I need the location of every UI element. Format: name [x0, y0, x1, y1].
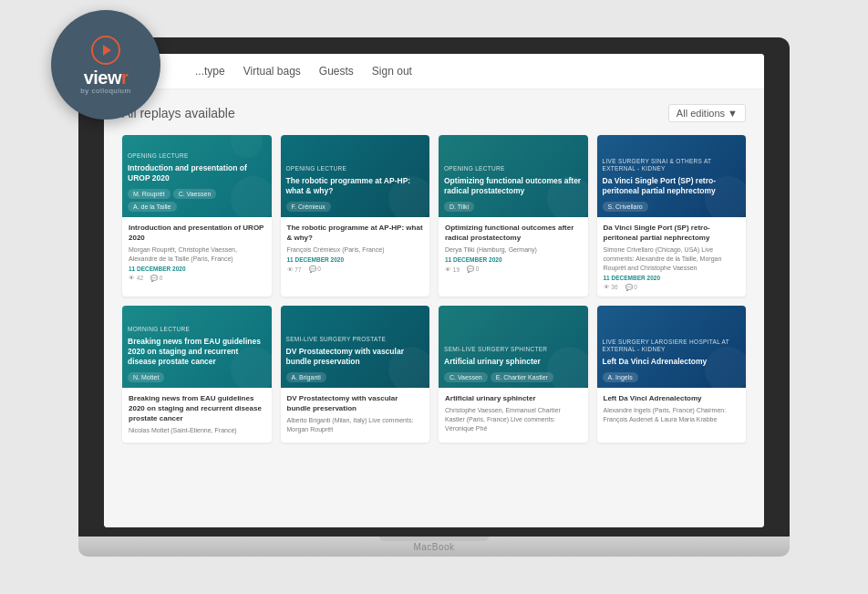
card-7-meta: Christophe Vaessen, Emmanuel Chartier Ka… [445, 406, 582, 432]
speaker-badge: D. Tilki [444, 202, 474, 212]
card-5-thumbnail: MORNING LECTURE Breaking news from EAU g… [122, 306, 272, 388]
card-2-title: The robotic programme at AP-HP: what & w… [287, 223, 424, 243]
speaker-badge: M. Rouprêt [128, 189, 170, 199]
card-3[interactable]: OPENING LECTURE Optimizing functional ou… [439, 135, 588, 297]
card-3-stats: 👁 19 💬 0 [445, 266, 582, 273]
card-7-title: Artificial urinary sphincter [445, 393, 582, 403]
speaker-badge: A. Ingels [603, 372, 638, 382]
decorative-shape [231, 347, 272, 388]
card-5-tag: MORNING LECTURE [128, 326, 266, 333]
play-triangle [103, 45, 111, 56]
filter-button[interactable]: All editions ▼ [668, 104, 746, 122]
card-5[interactable]: MORNING LECTURE Breaking news from EAU g… [122, 306, 272, 443]
card-3-thumbnail: OPENING LECTURE Optimizing functional ou… [439, 135, 588, 217]
card-1-comments: 💬 0 [150, 275, 162, 282]
card-2[interactable]: OPENING LECTURE The robotic programme at… [281, 135, 430, 297]
nav-item-guests[interactable]: Guests [319, 61, 354, 81]
card-3-title: Optimizing functional outcomes after rad… [445, 223, 582, 243]
card-3-meta: Derya Tilki (Hamburg, Germany) [445, 245, 582, 255]
speaker-badge: A. Briganti [286, 372, 326, 382]
card-3-tag: OPENING LECTURE [444, 165, 583, 172]
decorative-shape [547, 347, 588, 388]
card-5-body: Breaking news from EAU guidelines 2020 o… [122, 388, 272, 443]
speaker-badge: C. Vaessen [173, 189, 217, 199]
decorative-shape [705, 176, 746, 217]
card-3-comments: 💬 0 [467, 266, 479, 273]
card-6[interactable]: SEMI-LIVE SURGERY PROSTATE DV Prostatect… [281, 306, 430, 443]
speaker-badge: N. Mottet [128, 372, 164, 382]
card-1-views: 👁 42 [129, 275, 143, 282]
nav-item-sign-out[interactable]: Sign out [372, 61, 412, 81]
logo-circle: viewr by colloquium [51, 10, 160, 120]
content-area: All replays available All editions ▼ OPE… [104, 89, 764, 527]
logo-sub: by colloquium [80, 87, 130, 95]
play-icon [91, 36, 120, 65]
card-6-body: DV Prostatectomy with vascular bundle pr… [281, 388, 430, 442]
card-8-thumbnail: LIVE SURGERY LAROSIERE HOSPITAL AT EXTER… [597, 306, 747, 388]
nav-items: ...type Virtual bags Guests Sign out [195, 61, 412, 81]
speaker-badge: C. Vaessen [444, 372, 488, 382]
laptop-base-notch [379, 537, 489, 541]
speaker-badge: S. Crivellaro [603, 202, 648, 212]
navbar: ...type Virtual bags Guests Sign out [104, 54, 764, 89]
speaker-badge: A. de la Taille [128, 202, 177, 212]
laptop-screen: ...type Virtual bags Guests Sign out All… [104, 54, 764, 527]
nav-item-type[interactable]: ...type [195, 61, 225, 81]
card-7-body: Artificial urinary sphincter Christophe … [439, 388, 588, 441]
card-1-meta: Morgan Rouprêt, Christophe Vaessen, Alex… [129, 245, 265, 264]
card-2-stats: 👁 77 💬 0 [287, 266, 424, 273]
card-2-views: 👁 77 [287, 266, 302, 273]
card-2-tag: OPENING LECTURE [286, 165, 425, 172]
card-4-title: Da Vinci Single Port (SP) retro-peritone… [604, 223, 740, 243]
card-8-meta: Alexandre Ingels (Paris, France) Chairme… [604, 406, 740, 424]
card-4-stats: 👁 36 💬 0 [604, 284, 740, 291]
card-8-title: Left Da Vinci Adrenalectomy [604, 393, 740, 403]
card-4-date: 11 DECEMBER 2020 [604, 275, 740, 281]
card-2-thumbnail: OPENING LECTURE The robotic programme at… [281, 135, 430, 217]
card-2-comments: 💬 0 [309, 266, 321, 273]
card-8[interactable]: LIVE SURGERY LAROSIERE HOSPITAL AT EXTER… [597, 306, 747, 443]
laptop-wrapper: viewr by colloquium ...type Virtual bags… [78, 37, 790, 557]
card-4-body: Da Vinci Single Port (SP) retro-peritone… [597, 217, 747, 297]
card-3-date: 11 DECEMBER 2020 [445, 256, 582, 263]
card-1-thumbnail: OPENING LECTURE Introduction and present… [122, 135, 272, 217]
card-4-tag: LIVE SURGERY SINAI & OTHERS AT EXTERNAL … [603, 158, 741, 173]
card-1-date: 11 DECEMBER 2020 [129, 266, 265, 272]
card-7-thumbnail: SEMI-LIVE SURGERY SPHINCTER Artificial u… [439, 306, 588, 388]
decorative-shape [547, 176, 588, 217]
card-5-meta: Nicolas Mottet (Saint-Etienne, France) [129, 426, 265, 435]
section-header: All replays available All editions ▼ [122, 104, 746, 122]
card-4-views: 👁 36 [604, 284, 618, 291]
card-6-tag: SEMI-LIVE SURGERY PROSTATE [286, 336, 425, 343]
card-8-body: Left Da Vinci Adrenalectomy Alexandre In… [597, 388, 747, 432]
card-3-views: 👁 19 [445, 266, 460, 273]
card-2-body: The robotic programme at AP-HP: what & w… [281, 217, 430, 278]
screen-bezel: ...type Virtual bags Guests Sign out All… [78, 37, 790, 537]
card-1[interactable]: OPENING LECTURE Introduction and present… [122, 135, 272, 297]
card-4-thumbnail: LIVE SURGERY SINAI & OTHERS AT EXTERNAL … [597, 135, 747, 217]
decorative-shape [705, 347, 746, 388]
card-1-title: Introduction and presentation of UROP 20… [129, 223, 265, 243]
card-3-body: Optimizing functional outcomes after rad… [439, 217, 588, 278]
card-4[interactable]: LIVE SURGERY SINAI & OTHERS AT EXTERNAL … [597, 135, 747, 297]
card-1-stats: 👁 42 💬 0 [129, 275, 265, 282]
card-4-meta: Simone Crivellaro (Chicago, USA) Live co… [604, 245, 740, 272]
cards-grid: OPENING LECTURE Introduction and present… [122, 135, 746, 443]
card-1-body: Introduction and presentation of UROP 20… [122, 217, 272, 287]
card-2-date: 11 DECEMBER 2020 [287, 256, 424, 263]
logo-text: viewr [84, 68, 129, 87]
card-4-comments: 💬 0 [625, 284, 637, 291]
card-6-title: DV Prostatectomy with vascular bundle pr… [287, 393, 424, 413]
nav-item-virtual-bags[interactable]: Virtual bags [243, 61, 301, 81]
card-5-title: Breaking news from EAU guidelines 2020 o… [129, 393, 265, 424]
speaker-badge: E. Chartier Kastler [491, 372, 553, 382]
card-7[interactable]: SEMI-LIVE SURGERY SPHINCTER Artificial u… [439, 306, 588, 443]
decorative-shape [231, 176, 272, 217]
card-6-thumbnail: SEMI-LIVE SURGERY PROSTATE DV Prostatect… [281, 306, 430, 388]
speaker-badge: F. Crémieux [286, 202, 331, 212]
decorative-shape [388, 347, 429, 388]
laptop-base [78, 537, 790, 557]
card-2-meta: François Crémieux (Paris, France) [287, 245, 424, 255]
card-6-meta: Alberto Briganti (Milan, Italy) Live com… [287, 416, 424, 434]
decorative-shape [388, 176, 429, 217]
